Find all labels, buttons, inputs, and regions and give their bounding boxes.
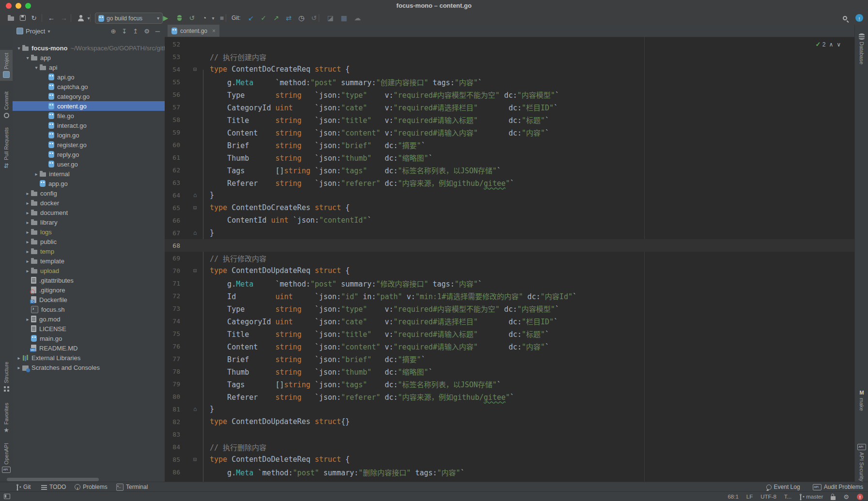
chevron-open-icon[interactable]: ▾ [33,65,40,70]
tree-item-upload[interactable]: ▸upload [13,266,165,275]
tree-item-focus-mono[interactable]: ▾focus-mono ~/Workspace/Go/GOPATH/src/gi… [13,43,165,53]
tree-item-temp[interactable]: ▸temp [13,246,165,256]
close-tab-icon[interactable]: × [212,28,216,34]
chevron-closed-icon[interactable]: ▸ [24,229,31,235]
save-icon[interactable] [18,13,28,23]
coverage-icon[interactable]: ↺ [187,13,197,23]
tree-item-main-go[interactable]: main.go [13,334,165,343]
search-everywhere-icon[interactable] [840,13,850,23]
line-ending[interactable]: LF [746,494,753,500]
tree-item-login-go[interactable]: login.go [13,130,165,140]
cloud-icon[interactable]: ☁ [353,13,362,23]
code-line-77[interactable]: 77 Brief string `json:"brief" dc:"摘要"` [165,352,854,365]
code-line-76[interactable]: 76 Content string `json:"content" v:"req… [165,340,854,352]
stop-icon[interactable]: ■ [217,13,227,23]
chevron-closed-icon[interactable]: ▸ [24,268,31,273]
git-history-icon[interactable]: ◷ [296,13,306,23]
code-line-79[interactable]: 79 Tags []string `json:"tags" dc:"标签名称列表… [165,378,854,390]
tree-item-template[interactable]: ▸template [13,256,165,266]
code-line-56[interactable]: 56 Type string `json:"type" v:"required#… [165,88,854,101]
diff-icon[interactable]: ▦ [339,13,349,23]
code-line-69[interactable]: 69// 执行修改内容 [165,252,854,264]
code-line-85[interactable]: 85⊟type ContentDoDeleteReq struct { [165,453,854,466]
chevron-closed-icon[interactable]: ▸ [24,249,31,254]
code-line-82[interactable]: 82type ContentDoUpdateRes struct{} [165,415,854,428]
git-merge-icon[interactable]: ⇄ [284,13,294,23]
tree-item-dockerfile[interactable]: Dockerfile [13,295,165,304]
hide-panel-icon[interactable]: ─ [155,28,160,35]
code-line-66[interactable]: 66 ContentId uint `json:"contentId"` [165,214,854,227]
tree-item--gitignore[interactable]: .gitignore [13,285,165,295]
tree-item-api-go[interactable]: api.go [13,72,165,82]
tree-item-content-go[interactable]: content.go [13,101,165,111]
run-icon[interactable]: ▶ [161,13,170,23]
tree-item-interact-go[interactable]: interact.go [13,121,165,130]
toolwindow-problems[interactable]: Problems [75,482,108,492]
fold-end-icon[interactable]: ⌂ [180,229,210,236]
code-line-62[interactable]: 62 Tags []string `json:"tags" dc:"标签名称列表… [165,164,854,176]
code-editor[interactable]: 5253// 执行创建内容54⊟type ContentDoCreateReq … [165,37,854,482]
shelve-icon[interactable]: ◪ [326,13,335,23]
code-line-84[interactable]: 84// 执行删除内容 [165,440,854,453]
code-line-72[interactable]: 72 Id uint `json:"id" in:"path" v:"min:1… [165,289,854,302]
code-line-75[interactable]: 75 Title string `json:"title" v:"require… [165,327,854,340]
git-rollback-icon[interactable]: ↺ [309,13,319,23]
code-line-55[interactable]: 55 g.Meta `method:"post" summary:"创建内容接口… [165,76,854,88]
debug-icon[interactable] [174,13,184,23]
tree-item--gitattributes[interactable]: .gitattributes [13,275,165,285]
tree-item-user-go[interactable]: user.go [13,159,165,169]
update-available-icon[interactable] [854,13,864,23]
code-line-67[interactable]: 67⌂} [165,227,854,239]
chevron-closed-icon[interactable]: ▸ [24,258,31,264]
chevron-closed-icon[interactable]: ▸ [24,210,31,215]
code-line-74[interactable]: 74 CategoryId uint `json:"cate" v:"requi… [165,315,854,327]
tree-item-public[interactable]: ▸public [13,237,165,246]
code-line-65[interactable]: 65⊟type ContentDoCreateRes struct { [165,201,854,214]
tool-button-openapi[interactable]: OpenAPI [0,440,13,476]
chevron-closed-icon[interactable]: ▸ [24,239,31,244]
code-line-86[interactable]: 86 g.Meta `method:"post" summary:"删除内容接口… [165,466,854,478]
git-update-icon[interactable]: ↙ [246,13,256,23]
tool-button-database[interactable]: Database [855,30,868,67]
code-line-57[interactable]: 57 CategoryId uint `json:"cate" v:"requi… [165,101,854,113]
chevron-closed-icon[interactable]: ▸ [24,200,31,206]
tree-item-readme-md[interactable]: README.MD [13,343,165,353]
code-line-52[interactable]: 52 [165,38,854,50]
code-line-78[interactable]: 78 Thumb string `json:"thumb" dc:"缩略图"` [165,365,854,378]
tool-button-project[interactable]: Project [0,50,13,81]
code-line-63[interactable]: 63 Referer string `json:"referer" dc:"内容… [165,176,854,189]
tool-button-commit[interactable]: Commit [0,89,13,121]
inspection-widget[interactable]: ✓ 2 ∧ ∨ [815,41,841,48]
code-line-73[interactable]: 73 Type string `json:"type" v:"required#… [165,302,854,315]
tab-content-go[interactable]: content.go × [168,25,219,37]
toolwindow-terminal[interactable]: Terminal [116,482,148,492]
tree-item-config[interactable]: ▸config [13,188,165,198]
tool-button-make[interactable]: make [855,387,868,414]
fold-collapse-icon[interactable]: ⊟ [180,204,210,211]
collapse-all-icon[interactable]: ↥ [133,28,138,35]
tree-item-license[interactable]: LICENSE [13,324,165,334]
back-icon[interactable]: ← [46,13,56,23]
git-commit-icon[interactable]: ✓ [259,13,268,23]
tool-window-toggle-icon[interactable] [4,494,10,499]
tree-item-register-go[interactable]: register.go [13,140,165,150]
tree-item-api[interactable]: ▾api [13,62,165,72]
sync-icon[interactable]: ↻ [29,13,39,23]
fold-collapse-icon[interactable]: ⊟ [180,267,210,274]
chevron-open-icon[interactable]: ▾ [24,55,31,61]
code-line-60[interactable]: 60 Brief string `json:"brief" dc:"摘要"` [165,138,854,151]
tool-button-favorites[interactable]: Favorites★ [0,400,13,437]
code-line-70[interactable]: 70⊟type ContentDoUpdateReq struct { [165,264,854,277]
tree-item-library[interactable]: ▸library [13,217,165,227]
tree-item-external-libraries[interactable]: ▸External Libraries [13,353,165,363]
tree-item-logs[interactable]: ▸logs [13,227,165,237]
lock-icon[interactable] [831,496,836,500]
toolwindow-git[interactable]: Git [16,482,31,492]
run-configuration-combo[interactable]: go build focus ▾ [95,13,163,24]
code-line-81[interactable]: 81⌂} [165,403,854,415]
tool-button-pull-requests[interactable]: Pull Requests⇵ [0,124,13,172]
code-line-68[interactable]: 68 [165,239,854,252]
open-folder-icon[interactable] [6,13,16,23]
project-horizontal-scrollbar[interactable] [7,478,99,481]
profile-chevron-icon[interactable]: ▾ [84,13,93,23]
